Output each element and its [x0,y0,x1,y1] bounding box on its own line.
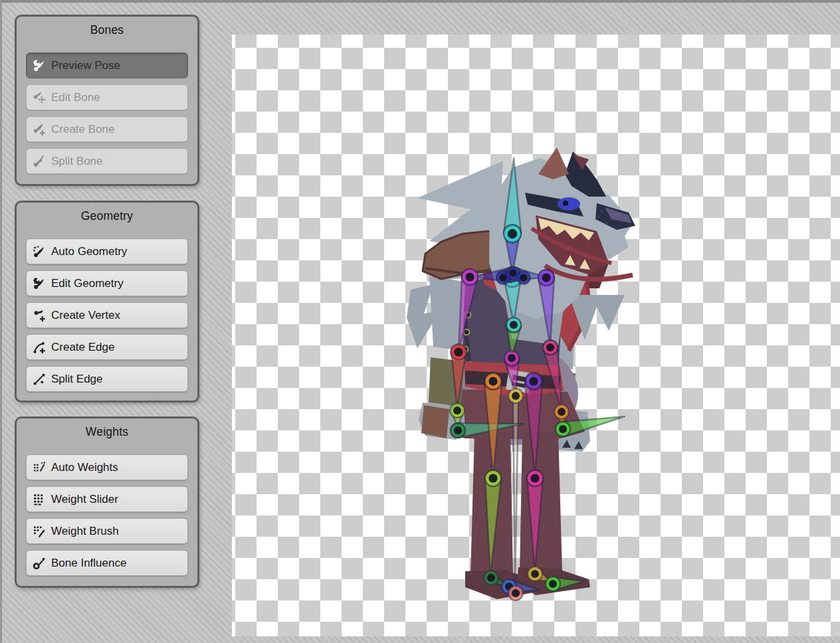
tool-button-label: Auto Geometry [51,245,127,258]
split-edge-button[interactable]: Split Edge [26,366,188,392]
create-bone-icon [33,123,46,136]
auto-weights-button[interactable]: Auto Weights [26,454,188,480]
create-bone-button[interactable]: Create Bone [26,116,188,142]
window-left-edge [0,0,2,643]
bone-influence-button[interactable]: Bone Influence [26,550,188,576]
edit-geometry-icon [33,277,46,290]
split-bone-button[interactable]: Split Bone [26,148,188,174]
tool-button-label: Split Bone [51,155,103,168]
auto-geometry-button[interactable]: Auto Geometry [26,238,188,264]
tool-button-label: Edit Geometry [51,277,124,290]
create-edge-icon [33,341,46,354]
tool-button-label: Split Edge [51,373,103,386]
preview-pose-icon [33,59,46,72]
weight-slider-button[interactable]: Weight Slider [26,486,188,512]
panel-buttons: Auto WeightsWeight SliderWeight BrushBon… [17,442,197,586]
panel-bones: BonesPreview PoseEdit BoneCreate BoneSpl… [15,15,199,186]
panel-buttons: Auto GeometryEdit GeometryCreate VertexC… [17,227,197,402]
panel-title: Geometry [17,203,197,227]
auto-geometry-icon [33,245,46,258]
weight-brush-button[interactable]: Weight Brush [26,518,188,544]
tool-button-label: Auto Weights [51,461,118,474]
weight-brush-icon [33,525,46,538]
split-edge-icon [33,373,46,386]
create-edge-button[interactable]: Create Edge [26,334,188,360]
panel-geometry: GeometryAuto GeometryEdit GeometryCreate… [15,201,199,403]
edit-bone-icon [33,91,46,104]
tool-button-label: Weight Brush [51,525,119,538]
create-vertex-button[interactable]: Create Vertex [26,302,188,328]
tool-button-label: Bone Influence [51,557,126,570]
edit-geometry-button[interactable]: Edit Geometry [26,270,188,296]
auto-weights-icon [33,461,46,474]
tool-button-label: Create Vertex [51,309,120,322]
preview-pose-button[interactable]: Preview Pose [26,52,188,78]
tool-button-label: Create Bone [51,123,114,136]
panel-title: Bones [17,17,197,41]
split-bone-icon [33,155,46,168]
tool-button-label: Edit Bone [51,91,100,104]
tool-button-label: Weight Slider [51,493,118,506]
panel-buttons: Preview PoseEdit BoneCreate BoneSplit Bo… [17,41,197,184]
window-top-edge [0,0,840,3]
create-vertex-icon [33,309,46,322]
tool-button-label: Create Edge [51,341,114,354]
edit-bone-button[interactable]: Edit Bone [26,84,188,110]
sprite-canvas[interactable] [232,35,840,636]
skinning-editor-window: { "ui": { "colors": { "stripe_base": "#c… [0,0,840,643]
panel-weights: WeightsAuto WeightsWeight SliderWeight B… [15,416,199,588]
bone-influence-icon [33,557,46,570]
weight-slider-icon [33,493,46,506]
tool-button-label: Preview Pose [51,59,120,72]
panel-title: Weights [17,418,197,442]
